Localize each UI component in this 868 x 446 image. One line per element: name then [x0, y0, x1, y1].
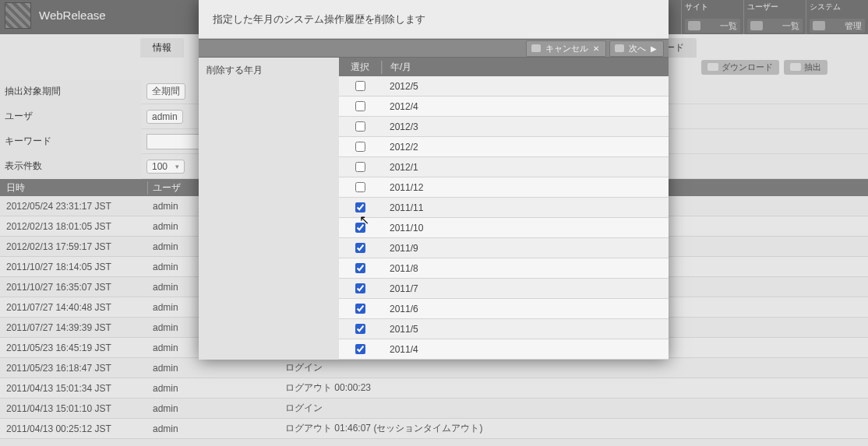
filter-period-select[interactable]: 全期間 — [146, 83, 185, 100]
log-cell-datetime: 2011/05/23 16:45:19 JST — [0, 342, 148, 353]
log-cell-datetime: 2012/02/13 17:59:17 JST — [0, 241, 148, 252]
log-cell-datetime: 2012/02/13 18:01:05 JST — [0, 221, 148, 232]
log-cell-action: ログアウト 00:00:23 — [281, 381, 371, 395]
col-year-month: 年/月 — [382, 61, 411, 74]
filter-user-select[interactable]: admin — [146, 110, 183, 124]
log-cell-user: admin — [148, 423, 281, 434]
select-checkbox[interactable] — [355, 304, 365, 314]
chip-icon — [750, 21, 763, 30]
select-row: 2011/8 — [339, 258, 669, 279]
select-row: 2012/3 — [339, 117, 669, 137]
download-button[interactable]: ダウンロード — [701, 60, 779, 75]
close-icon: ✕ — [593, 44, 599, 53]
top-label-system: システム — [810, 2, 865, 12]
top-btn-site-list[interactable]: 一覧 — [685, 19, 740, 33]
select-row: 2011/7 — [339, 279, 669, 299]
chip-icon — [707, 63, 718, 71]
select-checkbox[interactable] — [355, 283, 365, 293]
select-row: 2012/5 — [339, 76, 669, 97]
log-row[interactable]: 2011/04/13 15:01:34 JSTadminログアウト 00:00:… — [0, 378, 868, 399]
select-row: 2011/6 — [339, 299, 669, 319]
select-cell-ym: 2011/8 — [382, 263, 418, 274]
dialog-action-bar: キャンセル ✕ 次へ ▶ — [199, 39, 669, 58]
select-cell-ym: 2012/5 — [382, 81, 418, 92]
select-checkbox[interactable] — [355, 243, 365, 253]
log-cell-user: admin — [148, 363, 281, 374]
log-cell-action: ログイン — [281, 402, 323, 415]
cancel-button[interactable]: キャンセル ✕ — [526, 40, 606, 57]
delete-history-dialog: 指定した年月のシステム操作履歴を削除します キャンセル ✕ 次へ ▶ 削除する年… — [199, 0, 669, 360]
top-label-site: サイト — [685, 2, 740, 12]
log-row[interactable]: 2011/04/13 00:25:12 JSTadminログアウト 01:46:… — [0, 419, 868, 439]
select-cell-ym: 2011/11 — [382, 202, 423, 213]
tab-info[interactable]: 情報 — [140, 38, 184, 58]
dialog-left-label: 削除する年月 — [199, 58, 339, 360]
select-checkbox[interactable] — [355, 142, 365, 152]
select-row: 2011/5 — [339, 319, 669, 339]
chip-icon — [790, 63, 801, 71]
top-group-system: システム 管理 — [806, 0, 868, 34]
log-row[interactable]: 2011/04/13 15:01:10 JSTadminログイン — [0, 399, 868, 419]
log-cell-user: admin — [148, 383, 281, 394]
select-checkbox[interactable] — [355, 121, 365, 132]
select-row: 2011/11 — [339, 198, 669, 218]
top-group-site: サイト 一覧 — [681, 0, 743, 34]
select-cell-ym: 2011/12 — [382, 182, 423, 193]
select-cell-ym: 2011/6 — [382, 304, 418, 314]
select-checkbox[interactable] — [355, 162, 365, 172]
select-cell-ym: 2012/1 — [382, 162, 418, 173]
select-checkbox[interactable] — [355, 81, 365, 91]
select-table-header: 選択 年/月 — [339, 58, 669, 76]
log-row[interactable]: 2011/05/23 16:18:47 JSTadminログイン — [0, 358, 868, 378]
log-cell-datetime: 2011/07/27 14:40:48 JST — [0, 302, 148, 313]
select-row: 2011/10 — [339, 218, 669, 238]
select-checkbox[interactable] — [355, 263, 365, 273]
log-cell-datetime: 2011/10/27 18:14:05 JST — [0, 262, 148, 272]
filter-label-keyword: キーワード — [0, 129, 142, 154]
filter-label-user: ユーザ — [0, 104, 142, 129]
select-cell-ym: 2011/9 — [382, 243, 418, 254]
top-label-user: ユーザー — [747, 2, 803, 12]
top-btn-user-list[interactable]: 一覧 — [747, 19, 803, 33]
select-cell-ym: 2011/4 — [382, 344, 418, 355]
dialog-title: 指定した年月のシステム操作履歴を削除します — [199, 0, 669, 39]
log-cell-user: admin — [148, 403, 281, 414]
select-row: 2011/9 — [339, 238, 669, 258]
log-cell-action: ログイン — [281, 361, 323, 374]
col-select: 選択 — [339, 61, 382, 74]
filter-label-period: 抽出対象期間 — [0, 79, 142, 104]
extract-button[interactable]: 抽出 — [784, 60, 827, 75]
log-col-datetime: 日時 — [0, 181, 148, 195]
select-checkbox[interactable] — [355, 202, 365, 212]
select-cell-ym: 2012/3 — [382, 121, 418, 132]
select-cell-ym: 2012/4 — [382, 101, 418, 112]
select-checkbox[interactable] — [355, 223, 365, 233]
select-row: 2012/1 — [339, 157, 669, 177]
top-group-user: ユーザー 一覧 — [743, 0, 806, 34]
app-title: WebRelease — [36, 0, 106, 34]
log-cell-datetime: 2012/05/24 23:31:17 JST — [0, 201, 148, 212]
chip-icon — [688, 21, 700, 30]
select-cell-ym: 2011/10 — [382, 223, 423, 234]
next-button[interactable]: 次へ ▶ — [609, 40, 664, 57]
log-cell-datetime: 2011/05/23 16:18:47 JST — [0, 363, 148, 374]
select-row: 2011/4 — [339, 339, 669, 360]
chip-icon — [813, 21, 825, 30]
chip-icon — [615, 44, 624, 52]
select-cell-ym: 2011/5 — [382, 324, 418, 335]
app-logo — [5, 2, 31, 29]
select-checkbox[interactable] — [355, 344, 365, 354]
select-checkbox[interactable] — [355, 324, 365, 334]
arrow-right-icon: ▶ — [651, 44, 657, 53]
select-cell-ym: 2011/7 — [382, 283, 418, 294]
log-cell-datetime: 2011/04/13 00:25:12 JST — [0, 423, 148, 434]
select-cell-ym: 2012/2 — [382, 142, 418, 153]
select-checkbox[interactable] — [355, 182, 365, 192]
filter-rows-select[interactable]: 100▾ — [146, 160, 185, 174]
select-row: 2011/12 — [339, 177, 669, 198]
log-cell-datetime: 2011/04/13 15:01:10 JST — [0, 403, 148, 414]
topbar-right: サイト 一覧 ユーザー 一覧 システム 管理 — [681, 0, 868, 34]
select-table-body: 2012/52012/42012/32012/22012/12011/12201… — [339, 76, 669, 360]
top-btn-system-admin[interactable]: 管理 — [810, 19, 865, 33]
select-checkbox[interactable] — [355, 101, 365, 111]
